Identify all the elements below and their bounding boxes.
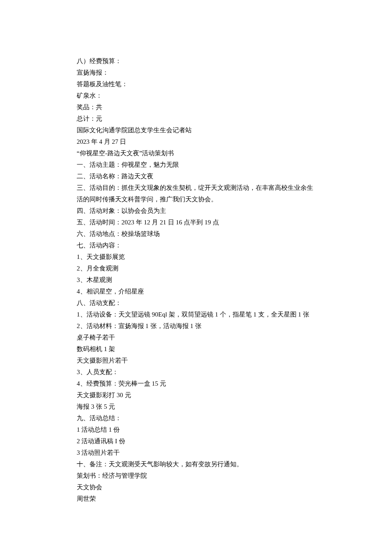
text-line: 七、活动内容： bbox=[77, 240, 315, 251]
document-page: 八）经费预算： 宣扬海报： 答题板及油性笔： 矿泉水： 奖品：共 总计：元 国际… bbox=[0, 0, 392, 547]
text-line: 奖品：共 bbox=[77, 102, 315, 113]
text-line: 数码相机 1 架 bbox=[77, 343, 315, 355]
text-line: 答题板及油性笔： bbox=[77, 78, 315, 90]
text-line: 四、活动对象：以协会会员为主 bbox=[77, 205, 315, 217]
text-line: 六、活动地点：校操场篮球场 bbox=[77, 228, 315, 240]
text-line: 2023 年 4 月 27 日 bbox=[77, 136, 315, 148]
text-line: 海报 3 张 5 元 bbox=[77, 401, 315, 413]
text-line: 3 活动照片若干 bbox=[77, 447, 315, 459]
text-line: 二、活动名称：路边天文夜 bbox=[77, 171, 315, 182]
text-line: 国际文化沟通学院团总支学生生会记者站 bbox=[77, 125, 315, 136]
text-line: 天文摄影照片若干 bbox=[77, 355, 315, 366]
text-line: 策划书：经济与管理学院 bbox=[77, 470, 315, 482]
text-line: 桌子椅子若干 bbox=[77, 332, 315, 343]
text-line: 2、月全食观测 bbox=[77, 263, 315, 274]
text-line: 4、经费预算：荧光棒一盒 15 元 bbox=[77, 378, 315, 389]
text-line: 2 活动通讯稿 I 份 bbox=[77, 436, 315, 447]
text-line: 3、人员支配： bbox=[77, 366, 315, 378]
text-line: 3、木星观测 bbox=[77, 274, 315, 286]
text-line: 周世荣 bbox=[77, 493, 315, 505]
text-line: 九、活动总结： bbox=[77, 413, 315, 424]
text-line: “仰视星空-路边天文夜”活动策划书 bbox=[77, 148, 315, 159]
text-line: 八）经费预算： bbox=[77, 55, 315, 67]
text-line: 1、天文摄影展览 bbox=[77, 251, 315, 263]
text-line: 天文协会 bbox=[77, 482, 315, 493]
text-line: 宣扬海报： bbox=[77, 67, 315, 78]
text-line: 一、活动主题：仰视星空，魅力无限 bbox=[77, 159, 315, 171]
text-line: 五、活动时间：2023 年 12 月 21 日 16 点半到 19 点 bbox=[77, 217, 315, 228]
text-line: 天文摄影彩打 30 元 bbox=[77, 389, 315, 401]
text-line: 矿泉水： bbox=[77, 90, 315, 102]
text-line: 总计：元 bbox=[77, 113, 315, 125]
text-line: 三、活动目的：抓住天文现象的发生契机，绽开天文观测活动，在丰富高校生业余生活的同… bbox=[77, 182, 315, 205]
text-line: 1 活动总结 1 份 bbox=[77, 424, 315, 436]
text-line: 1、活动设备：天文望远镜 90Eql 架，双筒望远镜 1 个，指星笔 1 支，全… bbox=[77, 309, 315, 320]
text-line: 2、活动材料：宣扬海报 1 张，活动海报 1 张 bbox=[77, 320, 315, 332]
text-line: 4、相识星空，介绍星座 bbox=[77, 286, 315, 297]
text-line: 十、备注：天文观测受天气影响较大，如有变故另行通知。 bbox=[77, 459, 315, 470]
text-line: 八、活动支配： bbox=[77, 297, 315, 309]
